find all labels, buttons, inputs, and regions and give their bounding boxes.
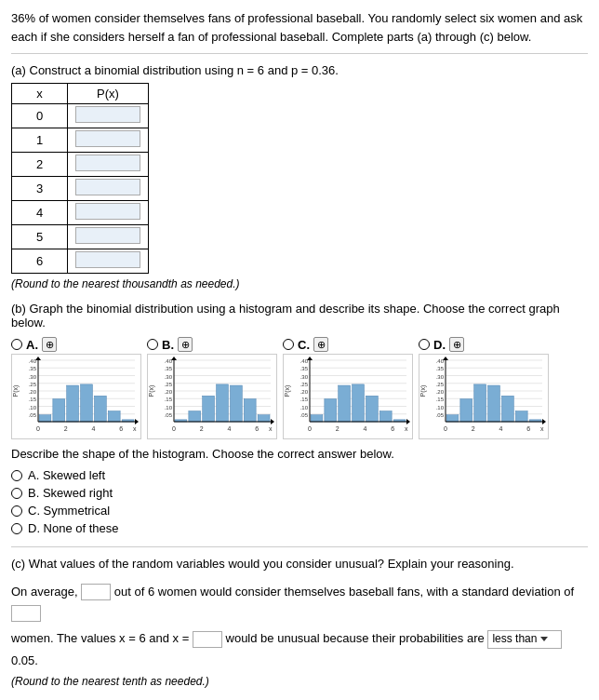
svg-text:x: x — [133, 425, 137, 432]
svg-rect-21 — [81, 384, 93, 422]
px-input-box[interactable] — [75, 130, 140, 147]
table-row: 1 — [12, 128, 149, 153]
shape-option-D: D. None of these — [11, 521, 588, 535]
svg-text:P(x): P(x) — [148, 385, 155, 397]
svg-rect-89 — [353, 384, 365, 422]
part-b-label: (b) Graph the binomial distribution usin… — [11, 302, 588, 330]
graph-option-B: B.⊕.05.10.15.20.25.30.35.40P(x)0246x — [147, 337, 277, 439]
svg-text:P(x): P(x) — [12, 385, 20, 397]
shape-options: A. Skewed leftB. Skewed rightC. Symmetri… — [11, 468, 588, 535]
x-value-cell: 2 — [12, 153, 68, 177]
zoom-icon-A[interactable]: ⊕ — [42, 337, 57, 352]
svg-text:.05: .05 — [29, 412, 37, 418]
px-input-cell[interactable] — [68, 128, 149, 153]
svg-rect-18 — [39, 415, 51, 422]
px-input-box[interactable] — [75, 155, 140, 171]
svg-text:2: 2 — [200, 425, 204, 432]
px-input-cell[interactable] — [68, 249, 149, 274]
shape-option-A: A. Skewed left — [11, 468, 588, 482]
shape-radio-B[interactable] — [11, 488, 22, 499]
part-a-label: (a) Construct a binomial distribution us… — [11, 63, 588, 77]
svg-text:0: 0 — [308, 425, 312, 432]
px-input-cell[interactable] — [68, 153, 149, 177]
svg-marker-65 — [271, 419, 274, 424]
svg-text:.40: .40 — [29, 358, 37, 364]
graph-radio-D[interactable] — [419, 339, 430, 350]
px-input-box[interactable] — [75, 227, 140, 244]
x-value-cell: 0 — [12, 104, 68, 128]
shape-radio-A[interactable] — [11, 470, 22, 481]
svg-rect-125 — [515, 411, 527, 422]
svg-text:2: 2 — [64, 425, 68, 432]
graph-option-A: A.⊕.05.10.15.20.25.30.35.40P(x)0246x — [11, 337, 141, 439]
px-input-cell[interactable] — [68, 177, 149, 201]
graph-radio-C[interactable] — [283, 339, 294, 350]
svg-text:.25: .25 — [436, 382, 445, 387]
svg-text:.20: .20 — [165, 389, 173, 395]
svg-text:.10: .10 — [165, 405, 173, 411]
svg-text:2: 2 — [336, 425, 339, 432]
part-c-line1: On average, out of 6 women would conside… — [11, 581, 588, 625]
px-input-box[interactable] — [75, 179, 140, 195]
px-input-cell[interactable] — [68, 225, 149, 249]
graph-radio-B[interactable] — [147, 339, 158, 350]
svg-text:6: 6 — [255, 425, 259, 432]
svg-text:4: 4 — [91, 425, 95, 432]
graph-label-B: B. — [162, 338, 174, 352]
px-input-box[interactable] — [75, 203, 140, 220]
shape-radio-C[interactable] — [11, 505, 22, 517]
svg-text:0: 0 — [172, 425, 176, 432]
svg-text:.10: .10 — [436, 405, 445, 411]
table-row: 4 — [12, 201, 149, 225]
shape-radio-D[interactable] — [11, 523, 22, 534]
svg-text:6: 6 — [119, 425, 123, 432]
svg-text:.15: .15 — [165, 397, 173, 402]
intro-text: 36% of women consider themselves fans of… — [11, 9, 588, 54]
svg-text:x: x — [269, 425, 273, 432]
svg-rect-54 — [203, 396, 215, 422]
px-input-box[interactable] — [75, 106, 140, 123]
part-a-section: (a) Construct a binomial distribution us… — [11, 63, 588, 290]
shape-label-B: B. Skewed right — [28, 486, 113, 500]
graph-header-A: A.⊕ — [11, 337, 57, 352]
zoom-icon-D[interactable]: ⊕ — [449, 337, 464, 352]
graph-header-D: D.⊕ — [419, 337, 464, 352]
svg-text:.40: .40 — [300, 358, 309, 364]
svg-text:.30: .30 — [300, 374, 309, 380]
x-value-cell: 1 — [12, 128, 68, 153]
px-input-box[interactable] — [75, 251, 140, 268]
px-input-cell[interactable] — [68, 104, 149, 128]
svg-text:.30: .30 — [165, 374, 173, 380]
graph-option-D: D.⊕.05.10.15.20.25.30.35.40P(x)0246x — [419, 337, 549, 439]
svg-rect-88 — [339, 385, 351, 422]
line2-suffix: 0.05. — [11, 653, 38, 667]
svg-text:.10: .10 — [29, 405, 37, 411]
comparison-dropdown[interactable]: less than — [487, 630, 562, 649]
part-c-round-note: (Round to the nearest tenth as needed.) — [11, 675, 588, 688]
px-input-cell[interactable] — [68, 201, 149, 225]
svg-marker-133 — [542, 419, 546, 424]
std-dev-input[interactable] — [11, 605, 41, 622]
shape-option-C: C. Symmetrical — [11, 504, 588, 518]
zoom-icon-B[interactable]: ⊕ — [178, 337, 193, 352]
x-value-cell: 3 — [12, 177, 68, 201]
graph-radio-A[interactable] — [11, 339, 22, 350]
svg-rect-53 — [189, 411, 201, 422]
zoom-icon-C[interactable]: ⊕ — [313, 337, 328, 352]
svg-rect-55 — [217, 384, 229, 422]
svg-marker-31 — [135, 419, 139, 424]
svg-rect-91 — [379, 411, 392, 422]
svg-text:0: 0 — [444, 425, 447, 432]
dropdown-value: less than — [492, 629, 537, 650]
table-row: 2 — [12, 153, 149, 177]
x-value-input[interactable] — [193, 631, 222, 648]
dropdown-arrow-icon — [540, 637, 548, 641]
x-value-cell: 4 — [12, 201, 68, 225]
svg-rect-87 — [325, 399, 337, 422]
avg-input[interactable] — [81, 584, 111, 600]
svg-rect-58 — [258, 415, 270, 422]
line1-prefix: On average, — [11, 585, 78, 599]
svg-rect-122 — [474, 384, 486, 422]
svg-text:.20: .20 — [29, 389, 37, 395]
svg-text:x: x — [405, 425, 408, 432]
